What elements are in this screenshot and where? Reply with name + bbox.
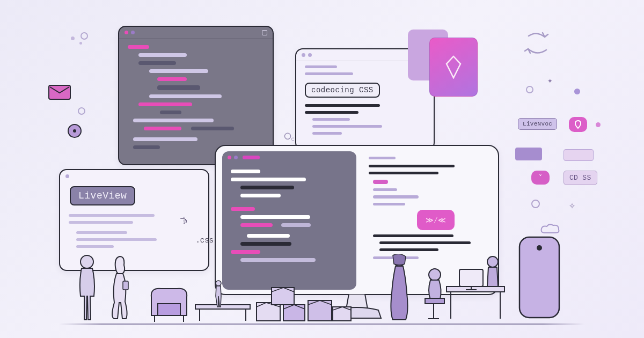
deco-circle	[79, 42, 82, 45]
refresh-icon	[521, 30, 553, 59]
window-dot	[65, 174, 69, 178]
svg-point-20	[537, 245, 542, 251]
code-content	[119, 39, 273, 160]
code-brackets-icon: ≫⁄≪	[426, 216, 446, 225]
window-dot	[228, 156, 231, 159]
code-content	[222, 163, 356, 273]
window-dot	[131, 31, 135, 34]
tab-indicator	[243, 156, 260, 159]
deco-glyph: ◯꜀	[284, 129, 294, 142]
code-snippet-card: ≫⁄≪	[417, 210, 455, 230]
pin-tag	[569, 117, 587, 132]
svg-rect-5	[158, 304, 180, 315]
window-dot	[125, 31, 128, 34]
boxes	[252, 277, 354, 325]
deco-circle	[78, 107, 85, 115]
empty-tag	[564, 149, 594, 161]
deco-circle	[80, 32, 88, 40]
window-dot	[308, 53, 312, 57]
monitor-left-pane	[222, 151, 356, 290]
svg-rect-15	[425, 298, 444, 304]
sparkle-icon: ✧	[569, 199, 575, 212]
person-long-dress	[386, 254, 413, 324]
svg-point-3	[80, 255, 93, 268]
desk-scene	[419, 254, 510, 324]
deco-circle	[596, 122, 601, 127]
svg-point-7	[216, 281, 221, 286]
window-dot	[302, 53, 305, 57]
css-label: .css	[195, 236, 214, 245]
svg-rect-4	[123, 281, 128, 290]
mail-icon	[48, 85, 71, 100]
gradient-card-front	[429, 38, 478, 97]
deco-circle	[574, 89, 580, 94]
code-window-top-left	[118, 26, 274, 165]
svg-rect-17	[459, 269, 483, 286]
diamond-icon	[444, 55, 463, 79]
svg-point-2	[73, 129, 76, 133]
butterfly-icon: ೋ	[182, 217, 186, 226]
dropdown-tag: ˅	[531, 171, 550, 185]
cdss-tag: CD SS	[564, 171, 597, 185]
svg-point-14	[429, 269, 441, 281]
svg-rect-9	[283, 305, 305, 321]
deco-circle	[71, 36, 75, 40]
device-large	[515, 233, 564, 324]
person-standing	[72, 254, 102, 324]
liveview-label: LiveView	[70, 186, 135, 205]
clock-icon	[67, 123, 82, 138]
sparkle-icon: ✦	[547, 75, 553, 86]
liveview-small-tag: LiveNvoc	[518, 118, 557, 130]
codeocing-css-label: codeocing CSS	[305, 83, 380, 98]
deco-circle	[526, 86, 533, 93]
svg-point-18	[487, 256, 498, 267]
content: ≫⁄≪	[363, 153, 492, 267]
deco-circle	[531, 200, 540, 208]
pin-icon	[574, 120, 582, 129]
armchair	[145, 285, 193, 324]
empty-tag	[515, 148, 542, 160]
ground-line	[59, 324, 585, 325]
person-with-phone	[105, 254, 134, 324]
window-control	[262, 30, 267, 35]
window-dot	[234, 156, 238, 159]
person-small	[212, 280, 225, 309]
